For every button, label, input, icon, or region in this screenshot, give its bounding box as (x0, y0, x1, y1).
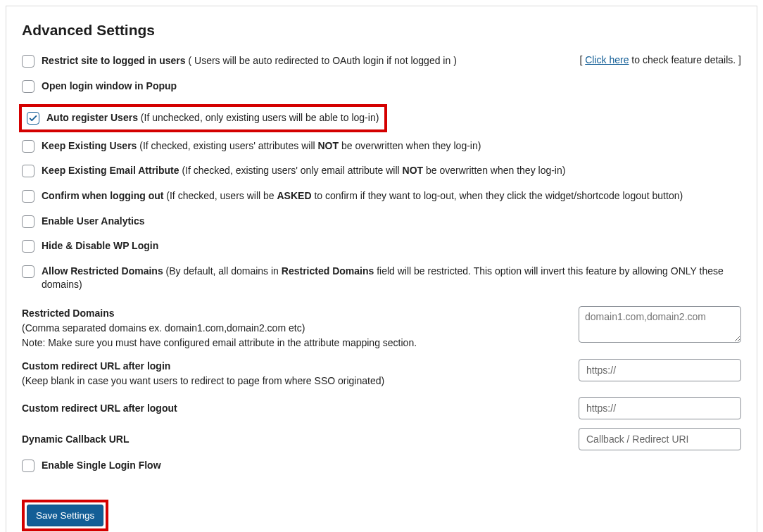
analytics-row: Enable User Analytics (22, 215, 741, 229)
restrict-row: Restrict site to logged in users ( Users… (22, 54, 741, 68)
save-button[interactable]: Save Settings (27, 505, 103, 526)
redirect-login-label: Custom redirect URL after login (22, 359, 559, 374)
popup-row: Open login window in Popup (22, 80, 741, 94)
redirect-login-input[interactable] (579, 359, 741, 381)
callback-label: Dynamic Callback URL (22, 433, 130, 445)
restrict-checkbox[interactable] (22, 55, 34, 68)
restrict-label-text: Restrict site to logged in users (42, 55, 186, 66)
single-login-label-text: Enable Single Login Flow (42, 460, 161, 471)
redirect-login-labelblock: Custom redirect URL after login (Keep bl… (22, 359, 559, 388)
restricted-domains-label: Restricted Domains (22, 306, 559, 321)
advanced-settings-panel: Advanced Settings Restrict site to logge… (6, 6, 757, 532)
popup-label-text: Open login window in Popup (42, 80, 177, 91)
auto-register-label-paren: (If unchecked, only existing users will … (138, 112, 379, 123)
redirect-login-group: Custom redirect URL after login (Keep bl… (22, 359, 741, 388)
restricted-domains-labelblock: Restricted Domains (Comma separated doma… (22, 306, 559, 350)
popup-label: Open login window in Popup (42, 80, 177, 94)
popup-checkbox[interactable] (22, 80, 34, 93)
restricted-domains-sub1: (Comma separated domains ex. domain1.com… (22, 322, 305, 334)
keep-existing-checkbox[interactable] (22, 140, 34, 153)
hide-wp-login-label-text: Hide & Disable WP Login (42, 240, 158, 251)
feature-link[interactable]: Click here (585, 54, 629, 65)
check-icon (28, 113, 38, 123)
keep-existing-label: Keep Existing Users (If checked, existin… (42, 139, 481, 153)
keep-email-checkbox[interactable] (22, 165, 34, 177)
keep-email-label-text: Keep Existing Email Attribute (42, 165, 179, 176)
allow-restricted-checkbox[interactable] (22, 265, 34, 278)
hide-wp-login-label: Hide & Disable WP Login (42, 239, 158, 253)
callback-group: Dynamic Callback URL (22, 428, 741, 450)
hide-wp-login-row: Hide & Disable WP Login (22, 239, 741, 253)
callback-input[interactable] (579, 428, 741, 450)
confirm-logout-paren: (If checked, users will be ASKED to conf… (163, 190, 683, 201)
single-login-label: Enable Single Login Flow (42, 459, 161, 473)
single-login-checkbox[interactable] (22, 460, 34, 472)
keep-email-label: Keep Existing Email Attribute (If checke… (42, 164, 565, 178)
redirect-logout-label: Custom redirect URL after logout (22, 403, 177, 414)
keep-email-row: Keep Existing Email Attribute (If checke… (22, 164, 741, 178)
auto-register-highlight: Auto register Users (If unchecked, only … (19, 104, 387, 132)
allow-restricted-label-text: Allow Restricted Domains (42, 265, 163, 277)
keep-existing-row: Keep Existing Users (If checked, existin… (22, 139, 741, 153)
redirect-login-sub: (Keep blank in case you want users to re… (22, 375, 384, 386)
keep-existing-label-text: Keep Existing Users (42, 140, 137, 151)
analytics-label: Enable User Analytics (42, 215, 145, 229)
allow-restricted-row: Allow Restricted Domains (By default, al… (22, 265, 741, 292)
analytics-label-text: Enable User Analytics (42, 215, 145, 227)
hide-wp-login-checkbox[interactable] (22, 240, 34, 253)
restrict-label-paren: ( Users will be auto redirected to OAuth… (186, 55, 457, 66)
feature-link-block: [ Click here to check feature details. ] (579, 54, 741, 65)
restricted-domains-sub2: Note: Make sure you must have configured… (22, 337, 417, 348)
page-title: Advanced Settings (22, 22, 741, 39)
keep-existing-paren: (If checked, existing users' attributes … (137, 140, 481, 151)
auto-register-checkbox[interactable] (27, 112, 39, 125)
single-login-row: Enable Single Login Flow (22, 459, 741, 473)
restricted-domains-input[interactable] (579, 306, 741, 343)
analytics-checkbox[interactable] (22, 215, 34, 228)
redirect-logout-input[interactable] (579, 397, 741, 419)
confirm-logout-checkbox[interactable] (22, 190, 34, 203)
confirm-logout-row: Confirm when logging out (If checked, us… (22, 189, 741, 203)
keep-email-paren: (If checked, existing users' only email … (179, 165, 566, 176)
feature-link-suffix: to check feature details. ] (629, 54, 741, 65)
confirm-logout-label: Confirm when logging out (If checked, us… (42, 189, 683, 203)
save-highlight: Save Settings (22, 500, 108, 531)
auto-register-label-text: Auto register Users (46, 112, 138, 123)
auto-register-label: Auto register Users (If unchecked, only … (46, 111, 379, 125)
allow-restricted-label: Allow Restricted Domains (By default, al… (42, 265, 741, 292)
restricted-domains-group: Restricted Domains (Comma separated doma… (22, 306, 741, 350)
redirect-logout-group: Custom redirect URL after logout (22, 397, 741, 419)
restrict-label: Restrict site to logged in users ( Users… (42, 54, 457, 68)
confirm-logout-label-text: Confirm when logging out (42, 190, 163, 201)
